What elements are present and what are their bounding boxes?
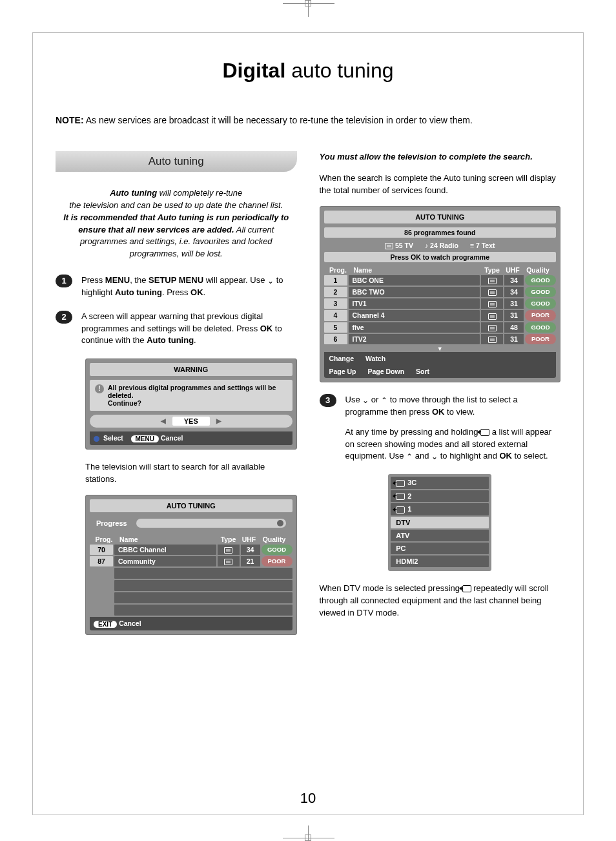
registration-mark-bottom (305, 835, 311, 841)
results-title: AUTO TUNING (324, 211, 557, 223)
source-item[interactable]: HDMI2 (391, 555, 489, 567)
source-item[interactable]: 1 (391, 503, 489, 515)
menu-pill: MENU (131, 435, 159, 442)
table-row (90, 605, 293, 616)
tv-icon (488, 337, 497, 343)
warning-icon: ! (95, 384, 104, 393)
step-number-1: 1 (56, 275, 72, 287)
source-item[interactable]: DTV (391, 517, 489, 528)
page-number: 10 (300, 790, 316, 807)
source-item[interactable]: ATV (391, 530, 489, 541)
tv-icon (488, 325, 497, 331)
table-row (90, 568, 293, 579)
progress-osd: AUTO TUNING Progress Prog. Name Type UHF… (85, 495, 297, 635)
table-row (90, 580, 293, 591)
table-row[interactable]: 87Community21POOR (90, 556, 293, 566)
press-ok-hint: Press OK to watch programme (324, 252, 557, 262)
progress-footer: EXIT Cancel (90, 617, 293, 630)
caret-down-icon: ⌄ (267, 277, 274, 285)
step-2: 2 A screen will appear warning that prev… (56, 311, 297, 348)
results-table-header: Prog. Name Type UHF Quality (324, 265, 557, 275)
input-icon (396, 506, 405, 514)
caret-up-icon: ⌃ (406, 453, 413, 461)
table-row[interactable]: 70CBBC Channel34GOOD (90, 545, 293, 555)
search-complete-desc: When the search is complete the Auto tun… (320, 172, 561, 197)
scroll-up-icon: ▲ (436, 468, 443, 475)
source-item[interactable]: 2 (391, 490, 489, 503)
warning-message: ! All previous digital programmes and se… (90, 380, 293, 411)
right-column: You must allow the television to complet… (320, 151, 561, 647)
table-row (90, 592, 293, 603)
registration-mark-top (305, 0, 311, 6)
search-complete-note: You must allow the television to complet… (320, 151, 561, 163)
note-text: NOTE: As new services are broadcast it w… (56, 115, 560, 125)
tv-icon (385, 243, 393, 249)
arrow-right-icon: ▶ (216, 417, 221, 424)
results-osd: AUTO TUNING 86 programmes found 55 TV ♪ … (320, 206, 561, 383)
table-row[interactable]: 1BBC ONE34GOOD (324, 275, 557, 286)
page-title: Digital auto tuning (56, 59, 560, 83)
tv-icon (224, 559, 232, 565)
tv-icon (488, 278, 497, 284)
source-item[interactable]: PC (391, 543, 489, 554)
warning-footer: Select MENU Cancel (90, 431, 293, 445)
step-number-2: 2 (56, 311, 72, 324)
ok-dot-icon (94, 436, 99, 442)
progress-bar (136, 519, 286, 528)
type-summary: 55 TV ♪ 24 Radio ≡ 7 Text (324, 240, 557, 252)
left-column: Auto tuning Auto tuning will completely … (56, 151, 297, 647)
table-row[interactable]: 3ITV131GOOD (324, 298, 557, 309)
table-row[interactable]: 4Channel 431POOR (324, 310, 557, 320)
progress-table-header: Prog. Name Type UHF Quality (90, 534, 293, 545)
radio-icon: ♪ (425, 242, 428, 249)
tv-icon (488, 301, 497, 307)
warning-title: WARNING (90, 363, 293, 376)
input-icon (462, 585, 471, 592)
text-icon: ≡ (470, 242, 474, 249)
programmes-found: 86 programmes found (324, 227, 557, 238)
table-row[interactable]: 6ITV231POOR (324, 334, 557, 344)
step-1: 1 Press MENU, the SETUP MENU will appear… (56, 275, 297, 299)
dtv-mode-note: When DTV mode is selected pressing repea… (320, 583, 561, 619)
arrow-left-icon: ◀ (161, 417, 166, 424)
scroll-down-icon: ▼ (436, 570, 443, 577)
step-number-3: 3 (320, 394, 336, 407)
table-row[interactable]: 5five48GOOD (324, 322, 557, 333)
table-row[interactable]: 2BBC TWO34GOOD (324, 287, 557, 297)
caret-down-icon: ⌄ (362, 397, 369, 404)
post-warning-text: The television will start to search for … (85, 461, 297, 486)
progress-title: AUTO TUNING (90, 499, 293, 512)
tv-icon (224, 547, 232, 554)
yes-option[interactable]: ◀ YES ▶ (90, 415, 293, 428)
input-icon (396, 493, 405, 500)
results-footer: Change Watch Page Up Page Down Sort (324, 352, 557, 378)
manual-page: Digital auto tuning NOTE: As new service… (32, 32, 584, 815)
tv-icon (488, 289, 497, 296)
source-item[interactable]: 3C (391, 477, 489, 489)
exit-pill: EXIT (94, 621, 117, 628)
warning-osd: WARNING ! All previous digital programme… (85, 358, 297, 450)
scroll-down-icon: ▼ (324, 346, 557, 352)
step-3: 3 Use ⌄ or ⌃ to move through the list to… (320, 394, 561, 462)
input-icon (396, 480, 405, 487)
tv-icon (488, 313, 497, 320)
caret-down-icon: ⌄ (431, 453, 438, 461)
section-header: Auto tuning (56, 151, 297, 172)
caret-up-icon: ⌃ (381, 397, 387, 404)
source-list-osd: ▲ 3C21DTVATVPCHDMI2 ▼ (388, 474, 491, 571)
progress-bar-row: Progress (90, 516, 293, 534)
input-icon (480, 429, 489, 436)
intro-paragraph: Auto tuning will completely re-tune the … (56, 187, 297, 260)
